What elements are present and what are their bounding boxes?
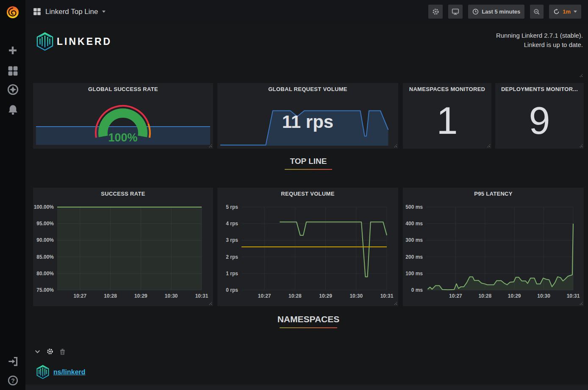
panel-title[interactable]: GLOBAL REQUEST VOLUME — [217, 86, 398, 92]
dashboard-title-button[interactable]: Linkerd Top Line — [33, 0, 105, 23]
linkerd-logo-text: LINKERD — [57, 36, 112, 47]
plus-icon — [8, 46, 17, 55]
panel-title[interactable]: P95 LATENCY — [403, 191, 584, 197]
stat-value: 11 rps — [217, 112, 398, 132]
x-axis-tick-label: 10:29 — [134, 293, 147, 299]
panel-title[interactable]: SUCCESS RATE — [33, 191, 213, 197]
x-axis-tick-label: 10:27 — [449, 293, 462, 299]
top-navbar: Linkerd Top Line — [25, 0, 588, 23]
dashboard-settings-button[interactable] — [428, 5, 443, 19]
y-axis-tick-label: 100 ms — [405, 271, 423, 277]
zoom-out-button[interactable] — [530, 5, 544, 19]
linkerd-status-text: Running Linkerd 2.7.1 (stable). Linkerd … — [496, 31, 583, 50]
y-axis-tick-label: 4 rps — [226, 221, 238, 227]
bell-icon — [8, 104, 18, 115]
y-axis-tick-label: 80.00% — [36, 271, 54, 277]
refresh-picker[interactable]: 1m — [549, 5, 581, 19]
x-axis-tick-label: 10:30 — [349, 293, 363, 299]
p95-latency-chart[interactable]: 10:2710:2810:2910:3010:31500 ms400 ms300… — [403, 188, 584, 306]
success-rate-chart-panel: SUCCESS RATE 10:2710:2810:2910:3010:3110… — [33, 188, 213, 306]
panel-resize-handle[interactable] — [579, 144, 582, 147]
help-circle-icon: ? — [8, 375, 18, 386]
dashboard-picker-icon — [33, 8, 41, 16]
x-axis-tick-label: 10:27 — [73, 293, 86, 299]
time-range-picker[interactable]: Last 5 minutes — [468, 5, 524, 19]
y-axis-tick-label: 85.00% — [36, 254, 54, 260]
clock-icon — [472, 8, 479, 15]
magnifier-minus-icon — [533, 8, 540, 15]
grafana-logo — [5, 4, 20, 19]
panel-resize-handle[interactable] — [579, 74, 582, 77]
gauge-value: 100% — [108, 131, 137, 144]
linkerd-logo-icon — [36, 32, 53, 51]
status-line-1: Running Linkerd 2.7.1 (stable). — [496, 31, 583, 40]
x-axis-tick-label: 10:28 — [288, 293, 302, 299]
dashboards-grid-icon — [8, 66, 18, 76]
y-axis-tick-label: 500 ms — [405, 204, 423, 210]
x-axis-tick-label: 10:27 — [258, 293, 271, 299]
x-axis-tick-label: 10:31 — [195, 293, 208, 299]
x-axis-tick-label: 10:31 — [567, 293, 580, 299]
page-title: Linkerd Top Line — [45, 8, 98, 16]
tv-mode-button[interactable] — [448, 5, 463, 19]
section-namespaces: NAMESPACES — [33, 314, 584, 328]
linkerd-header-panel: LINKERD Running Linkerd 2.7.1 (stable). … — [33, 25, 584, 78]
y-axis-tick-label: 0 ms — [411, 287, 423, 293]
sidebar-item-sign-in[interactable] — [0, 356, 25, 367]
global-request-volume-panel: GLOBAL REQUEST VOLUME 11 rps — [217, 83, 398, 149]
y-axis-tick-label: 400 ms — [405, 221, 423, 227]
row-controls — [35, 348, 65, 355]
panel-title[interactable]: REQUEST VOLUME — [217, 191, 398, 197]
x-axis-tick-label: 10:29 — [508, 293, 521, 299]
refresh-icon — [553, 8, 560, 15]
sidebar-item-help[interactable]: ? — [0, 375, 25, 386]
linkerd-logo-icon — [36, 365, 49, 379]
svg-text:?: ? — [11, 377, 15, 384]
next-panel-edge — [25, 384, 588, 390]
deployments-monitored-panel: DEPLOYMENTS MONITOR... 9 — [495, 83, 584, 149]
section-title: NAMESPACES — [277, 314, 340, 324]
series-line-requests — [280, 222, 387, 277]
namespaces-monitored-panel: NAMESPACES MONITORED 1 — [403, 83, 491, 149]
stat-value: 9 — [495, 102, 584, 140]
panel-title[interactable]: NAMESPACES MONITORED — [403, 86, 491, 92]
panel-resize-handle[interactable] — [487, 144, 490, 147]
x-axis-tick-label: 10:28 — [478, 293, 491, 299]
sidebar-item-create[interactable] — [0, 45, 25, 56]
explore-compass-icon — [7, 84, 19, 95]
panel-title[interactable]: DEPLOYMENTS MONITOR... — [495, 86, 584, 92]
row-settings-gear-icon[interactable] — [47, 348, 53, 355]
section-top-line: TOP LINE — [33, 157, 584, 170]
monitor-icon — [452, 8, 459, 15]
y-axis-tick-label: 300 ms — [405, 237, 423, 243]
x-axis-tick-label: 10:31 — [380, 293, 394, 299]
section-title: TOP LINE — [290, 157, 327, 166]
panel-title[interactable]: GLOBAL SUCCESS RATE — [33, 86, 213, 92]
grafana-dashboard: ? Linkerd Top Line — [0, 0, 588, 390]
status-line-2: Linkerd is up to date. — [496, 40, 583, 50]
gear-icon — [432, 8, 439, 15]
y-axis-tick-label: 200 ms — [405, 254, 423, 260]
p95-latency-chart-panel: P95 LATENCY 10:2710:2810:2910:3010:31500… — [403, 188, 584, 306]
chevron-down-icon — [574, 11, 577, 13]
row-delete-trash-icon[interactable] — [60, 349, 65, 355]
grafana-logo-icon[interactable] — [0, 3, 25, 20]
y-axis-tick-label: 90.00% — [36, 237, 54, 243]
sidebar-item-dashboards[interactable] — [0, 65, 25, 77]
time-range-label: Last 5 minutes — [482, 8, 520, 15]
success-rate-chart[interactable]: 10:2710:2810:2910:3010:31100.00%95.00%90… — [33, 188, 213, 306]
section-underline — [280, 327, 337, 328]
namespace-list-item: ns/linkerd — [36, 365, 86, 379]
row-collapse-chevron-icon[interactable] — [35, 350, 40, 354]
y-axis-tick-label: 0 rps — [226, 287, 238, 293]
sign-in-icon — [8, 356, 18, 367]
y-axis-tick-label: 5 rps — [226, 204, 238, 210]
request-volume-chart-panel: REQUEST VOLUME 10:2710:2810:2910:3010:31… — [217, 188, 398, 306]
request-volume-chart[interactable]: 10:2710:2810:2910:3010:315 rps4 rps3 rps… — [217, 188, 398, 306]
namespace-link[interactable]: ns/linkerd — [53, 368, 86, 376]
sidebar-item-explore[interactable] — [0, 83, 25, 95]
y-axis-tick-label: 1 rps — [226, 271, 238, 277]
sidebar-item-alerting[interactable] — [0, 103, 25, 115]
x-axis-tick-label: 10:29 — [319, 293, 332, 299]
navbar-actions: Last 5 minutes 1m — [428, 5, 581, 19]
